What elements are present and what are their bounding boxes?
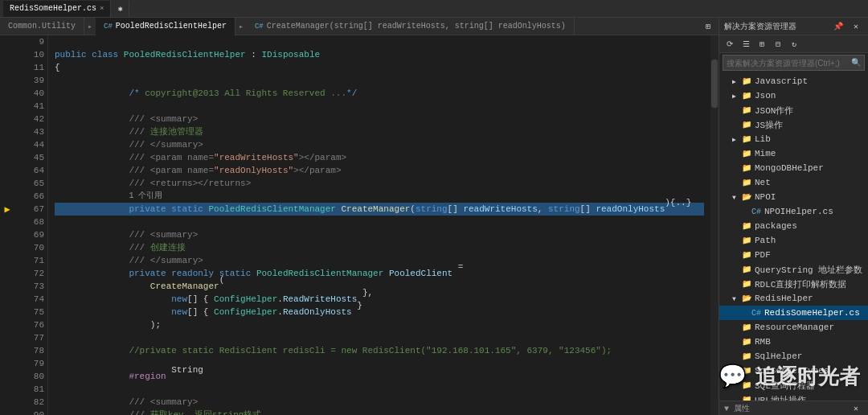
toolbar-refresh[interactable]: ↻ (787, 37, 801, 51)
solution-explorer-title: 解决方案资源管理器 📌 ✕ (719, 18, 868, 35)
tree-item-redis-helper[interactable]: ▼ 📂 RedisHelper (719, 291, 868, 306)
search-input[interactable] (723, 59, 848, 68)
tree-item-rmb[interactable]: 📁 RMB (719, 335, 868, 349)
toolbar-collapse-all[interactable]: ⊟ (771, 37, 785, 51)
title-tab-2-label: ✱ (117, 4, 122, 14)
code-line-40 (55, 100, 704, 113)
tree-label-npoi-helper: NPOIHelper.cs (764, 207, 833, 216)
tree-item-json-op[interactable]: 📁 JSON作作 (719, 103, 868, 117)
tree-item-sql-server-types[interactable]: 📁 SqlServerTypes (719, 364, 868, 378)
pin-btn[interactable]: 📌 (831, 19, 845, 34)
folder-icon: 📁 (742, 120, 753, 129)
code-line-42: /// 连接池管理器 (55, 125, 704, 138)
margin-67 (0, 254, 14, 267)
tree-item-javascript[interactable]: ▶ 📁 Javascript (719, 74, 868, 88)
bottom-panel: ▼ 属性 ✕ (719, 401, 868, 415)
code-line-78: /// <summary> (55, 396, 704, 409)
folder-icon: 📁 (742, 366, 753, 376)
tree-label-url: URL地址操作 (755, 394, 806, 401)
tree-item-path[interactable]: 📁 Path (719, 233, 868, 248)
editor-scrollbar[interactable] (710, 35, 719, 415)
margin-10 (0, 48, 14, 61)
tree-item-packages[interactable]: 📁 packages (719, 219, 868, 233)
tree-item-npoi[interactable]: ▼ 📂 NPOI (719, 190, 868, 204)
tree-item-url[interactable]: 📁 URL地址操作 (719, 392, 868, 401)
tree-item-redis-some-helper[interactable]: C# RedisSomeHelper.cs (719, 306, 868, 320)
code-line-ref-1: 1 个引用 (55, 190, 704, 203)
title-tab-2[interactable]: ✱ (111, 1, 129, 17)
folder-icon: 📁 (742, 380, 753, 390)
tree-arrow: ▼ (732, 194, 742, 201)
bottom-close[interactable]: ✕ (849, 401, 863, 416)
editor-tab-utility[interactable]: Common.Utility (0, 18, 84, 35)
folder-icon: 📁 (742, 221, 753, 231)
tree-label-sql-query: SQL查询行程器 (755, 380, 815, 392)
tree-item-sql-helper[interactable]: 📁 SqlHelper (719, 349, 868, 364)
margin-44 (0, 164, 14, 177)
title-bar: RedisSomeHelper.cs × ✱ (0, 0, 868, 18)
tree-item-js-op[interactable]: 📁 JS操作 (719, 117, 868, 132)
title-tab-1[interactable]: RedisSomeHelper.cs × (3, 1, 111, 17)
tree-item-resource[interactable]: 📁 ResourceManager (719, 320, 868, 335)
code-line-39: /* copyright@2013 All Rights Reserved ..… (55, 87, 704, 100)
code-editor[interactable]: public class PooledRedisClientHelper : I… (48, 35, 710, 415)
toolbar-sync[interactable]: ⟳ (723, 37, 737, 51)
tree-item-mime[interactable]: 📁 Mime (719, 146, 868, 161)
tree-label-mime: Mime (755, 149, 776, 158)
tree-item-mongodb[interactable]: 📁 MongoDBHelper (719, 161, 868, 175)
toolbar-filter[interactable]: ☰ (739, 37, 753, 51)
tree-arrow-open: ▼ (732, 295, 742, 302)
solution-explorer-label: 解决方案资源管理器 (724, 21, 796, 32)
editor-tab-create[interactable]: C# CreateManager(string[] readWriteHosts… (247, 18, 575, 35)
tree-item-sql-query[interactable]: 📁 SQL查询行程器 (719, 378, 868, 392)
folder-icon: 📁 (742, 149, 753, 158)
code-line-68: private readonly static PooledRedisClien… (55, 267, 704, 280)
tree-label-querystring: QueryString 地址栏参数 (755, 264, 862, 276)
tree-item-npoi-helper[interactable]: C# NPOIHelper.cs (719, 204, 868, 219)
tree-item-pdf[interactable]: 📁 PDF (719, 248, 868, 262)
folder-icon: 📁 (742, 76, 753, 86)
editor-tab-helper[interactable]: C# PooledRedisClientHelper (96, 18, 235, 35)
tree-label-resource: ResourceManager (755, 323, 834, 332)
tree-item-net[interactable]: 📁 Net (719, 175, 868, 190)
tab-arrow-1: ▸ (88, 22, 92, 31)
margin-73 (0, 331, 14, 344)
folder-icon: 📁 (742, 265, 753, 274)
code-line-67: /// </summary> (55, 254, 704, 267)
tree-label-sql-helper: SqlHelper (755, 351, 802, 361)
margin-65 (0, 228, 14, 241)
margin-40 (0, 100, 14, 113)
margin-76 (0, 370, 14, 383)
code-line-41: /// <summary> (55, 113, 704, 125)
cs-file-icon-active: C# (751, 309, 763, 318)
margin-area: ▶ (0, 35, 14, 415)
margin-41 (0, 113, 14, 125)
tree-arrow: ▶ (732, 92, 742, 100)
title-tab-1-close[interactable]: × (100, 5, 104, 13)
tree-item-json[interactable]: ▶ 📁 Json (719, 88, 868, 103)
utility-tab-label: Common.Utility (8, 22, 76, 31)
tree-arrow: ▶ (732, 78, 742, 85)
margin-ref1 (0, 190, 14, 203)
folder-icon: 📁 (742, 323, 753, 332)
line-numbers: 9 10 11 39 40 41 42 43 44 45 64 65 66 67… (14, 35, 48, 415)
tree-item-rdlc[interactable]: 📁 RDLC直接打印解析数据 (719, 277, 868, 291)
expand-btn[interactable]: ⊞ (701, 19, 715, 34)
margin-ret (0, 177, 14, 190)
current-line-icon: ▶ (4, 203, 10, 216)
folder-icon: 📁 (742, 250, 753, 260)
folder-icon: 📁 (742, 236, 753, 245)
scrollbar-thumb[interactable] (711, 60, 718, 108)
close-panel-btn[interactable]: ✕ (849, 19, 863, 34)
tree-label-rmb: RMB (755, 337, 771, 347)
tree-item-lib[interactable]: ▶ 📁 Lib (719, 132, 868, 146)
tree-label-pdf: PDF (755, 250, 771, 260)
margin-72 (0, 318, 14, 331)
tree-label-lib: Lib (755, 134, 771, 144)
tree-item-querystring[interactable]: 📁 QueryString 地址栏参数 (719, 262, 868, 277)
title-tab-1-label: RedisSomeHelper.cs (10, 4, 96, 13)
margin-close (0, 138, 14, 151)
code-content: ▶ 9 10 11 (0, 35, 719, 415)
margin-70 (0, 293, 14, 306)
toolbar-expand-all[interactable]: ⊞ (755, 37, 769, 51)
